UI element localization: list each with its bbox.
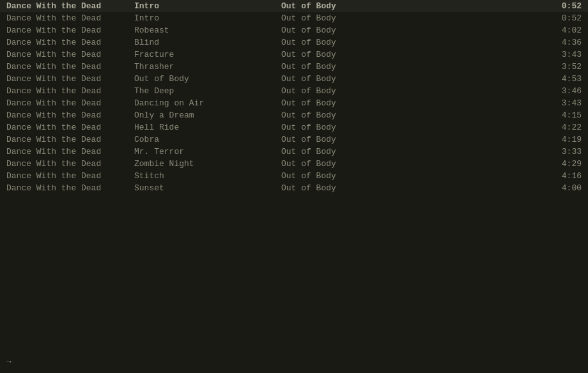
track-duration: 4:22 (543, 123, 582, 132)
track-artist: Dance With the Dead (6, 159, 134, 169)
track-duration: 3:43 (543, 98, 582, 108)
track-album: Out of Body (281, 159, 543, 169)
arrow-indicator: → (6, 357, 12, 367)
track-duration: 4:00 (543, 183, 582, 193)
track-title: Mr. Terror (134, 147, 281, 156)
track-title: Out of Body (134, 74, 281, 84)
table-row[interactable]: Dance With the DeadHell RideOut of Body4… (0, 121, 588, 133)
table-row[interactable]: Dance With the DeadMr. TerrorOut of Body… (0, 146, 588, 158)
track-duration: 3:33 (543, 147, 582, 156)
table-row[interactable]: Dance With the DeadBlindOut of Body4:36 (0, 36, 588, 49)
track-duration: 4:19 (543, 135, 582, 144)
track-duration: 3:46 (543, 86, 582, 96)
track-album: Out of Body (281, 62, 543, 72)
header-album: Out of Body (281, 1, 543, 11)
track-artist: Dance With the Dead (6, 171, 134, 181)
track-duration: 4:53 (543, 74, 582, 84)
track-title: Robeast (134, 26, 281, 35)
track-album: Out of Body (281, 50, 543, 59)
track-album: Out of Body (281, 171, 543, 181)
header-artist: Dance With the Dead (6, 1, 134, 11)
track-duration: 4:15 (543, 110, 582, 120)
track-artist: Dance With the Dead (6, 183, 134, 193)
track-album: Out of Body (281, 26, 543, 35)
track-duration: 4:36 (543, 38, 582, 47)
table-row[interactable]: Dance With the DeadDancing on AirOut of … (0, 97, 588, 109)
header-title: Intro (134, 1, 281, 11)
header-duration: 0:52 (543, 1, 582, 11)
track-artist: Dance With the Dead (6, 147, 134, 156)
track-title: Thrasher (134, 62, 281, 72)
track-album: Out of Body (281, 135, 543, 144)
track-artist: Dance With the Dead (6, 86, 134, 96)
track-artist: Dance With the Dead (6, 123, 134, 132)
track-artist: Dance With the Dead (6, 26, 134, 35)
track-list: Dance With the Dead Intro Out of Body 0:… (0, 0, 588, 194)
track-album: Out of Body (281, 147, 543, 156)
table-row[interactable]: Dance With the DeadThrasherOut of Body3:… (0, 61, 588, 73)
track-album: Out of Body (281, 183, 543, 193)
track-artist: Dance With the Dead (6, 135, 134, 144)
track-album: Out of Body (281, 13, 543, 23)
track-title: Intro (134, 13, 281, 23)
track-album: Out of Body (281, 38, 543, 47)
track-album: Out of Body (281, 98, 543, 108)
track-duration: 3:43 (543, 50, 582, 59)
track-artist: Dance With the Dead (6, 74, 134, 84)
track-duration: 4:16 (543, 171, 582, 181)
track-title: Blind (134, 38, 281, 47)
track-duration: 4:29 (543, 159, 582, 169)
track-title: The Deep (134, 86, 281, 96)
table-row[interactable]: Dance With the DeadRobeastOut of Body4:0… (0, 24, 588, 36)
table-row[interactable]: Dance With the DeadIntroOut of Body0:52 (0, 12, 588, 24)
track-album: Out of Body (281, 123, 543, 132)
table-row[interactable]: Dance With the DeadZombie NightOut of Bo… (0, 158, 588, 170)
track-artist: Dance With the Dead (6, 62, 134, 72)
track-album: Out of Body (281, 86, 543, 96)
table-row[interactable]: Dance With the DeadOnly a DreamOut of Bo… (0, 109, 588, 121)
table-row[interactable]: Dance With the DeadOut of BodyOut of Bod… (0, 73, 588, 85)
track-album: Out of Body (281, 74, 543, 84)
track-title: Sunset (134, 183, 281, 193)
track-title: Stitch (134, 171, 281, 181)
track-duration: 4:02 (543, 26, 582, 35)
track-album: Out of Body (281, 110, 543, 120)
track-title: Zombie Night (134, 159, 281, 169)
track-duration: 3:52 (543, 62, 582, 72)
track-title: Hell Ride (134, 123, 281, 132)
track-title: Dancing on Air (134, 98, 281, 108)
track-artist: Dance With the Dead (6, 50, 134, 59)
table-row[interactable]: Dance With the DeadStitchOut of Body4:16 (0, 170, 588, 182)
track-title: Fracture (134, 50, 281, 59)
track-duration: 0:52 (543, 13, 582, 23)
track-artist: Dance With the Dead (6, 38, 134, 47)
table-header: Dance With the Dead Intro Out of Body 0:… (0, 0, 588, 12)
track-artist: Dance With the Dead (6, 13, 134, 23)
track-artist: Dance With the Dead (6, 98, 134, 108)
table-row[interactable]: Dance With the DeadCobraOut of Body4:19 (0, 133, 588, 146)
table-row[interactable]: Dance With the DeadSunsetOut of Body4:00 (0, 182, 588, 194)
track-artist: Dance With the Dead (6, 110, 134, 120)
track-title: Cobra (134, 135, 281, 144)
table-row[interactable]: Dance With the DeadFractureOut of Body3:… (0, 49, 588, 61)
table-row[interactable]: Dance With the DeadThe DeepOut of Body3:… (0, 85, 588, 97)
track-title: Only a Dream (134, 110, 281, 120)
